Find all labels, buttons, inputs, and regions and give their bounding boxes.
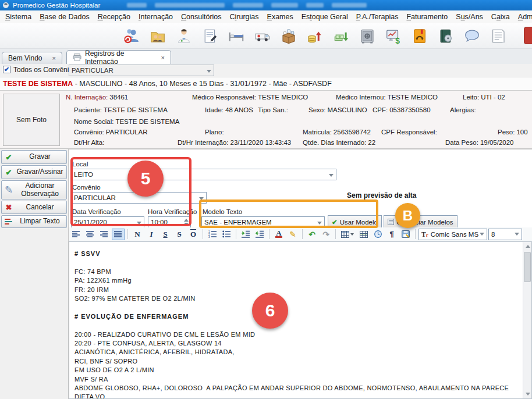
- menu-cirurgias[interactable]: Cirurgias: [226, 10, 263, 23]
- indent-decrease-button[interactable]: [253, 229, 266, 240]
- bold-button[interactable]: N: [131, 229, 144, 240]
- expense-down-icon[interactable]: [331, 25, 352, 47]
- patients-sync-icon[interactable]: [121, 25, 142, 47]
- hora-verificacao-spinner[interactable]: 10:00: [148, 216, 191, 228]
- manual-book-icon[interactable]: [435, 25, 456, 47]
- limpar-texto-button[interactable]: Limpar Texto: [1, 215, 67, 228]
- tab-registros-de-internacao[interactable]: Registros de Internação ×: [66, 50, 171, 64]
- align-left-button[interactable]: [70, 229, 83, 240]
- exit-icon[interactable]: [524, 27, 532, 44]
- bullet-list-button[interactable]: [220, 229, 233, 240]
- paragraph-marks-button[interactable]: ¶: [385, 229, 398, 240]
- menu-base-de-dados[interactable]: Base de Dados: [36, 10, 93, 23]
- align-justify-button[interactable]: [112, 229, 125, 240]
- evolution-text-editor[interactable]: # SSVV FC: 74 BPM PA: 122X61 mmHg FR: 20…: [69, 241, 532, 399]
- revenue-up-icon[interactable]: [304, 25, 325, 47]
- todos-convenios-checkbox[interactable]: ✔: [3, 66, 10, 73]
- invoice-icon[interactable]: [488, 25, 509, 47]
- editor-line: 20:20 - PTE CONFUSA, ALERTA, GLASGOW 14: [75, 339, 520, 348]
- spinner-up-icon[interactable]: [184, 219, 189, 222]
- medical-record-icon[interactable]: [200, 25, 221, 47]
- chat-icon[interactable]: [462, 25, 483, 47]
- vertical-scrollbar[interactable]: [523, 242, 531, 398]
- financial-chart-icon[interactable]: $: [383, 25, 404, 47]
- editor-line: 20:00 - REALIZADO CURATIVO DE CML E LESÃ…: [75, 330, 520, 339]
- undo-button[interactable]: ↶: [306, 229, 318, 240]
- editor-line: EM USO DE O2 A 2 L/MIN: [75, 366, 520, 375]
- gravar-assinar-button[interactable]: ✔ Gravar/Assinar: [1, 165, 67, 179]
- menu-faturamento[interactable]: Faturamento: [402, 10, 452, 23]
- gerenciar-modelos-button[interactable]: Gerenciar Modelos: [384, 215, 457, 229]
- scrollbar-thumb[interactable]: [524, 252, 531, 282]
- menu-sistema[interactable]: Sistema: [1, 10, 36, 23]
- toolbar-separator: [203, 229, 203, 239]
- spinner-down-icon[interactable]: [184, 223, 189, 226]
- field-cpf: CPF:05387350580: [373, 106, 431, 113]
- numbered-list-button[interactable]: 123: [206, 229, 219, 240]
- ambulance-icon[interactable]: [252, 25, 273, 47]
- modelo-texto-select[interactable]: SAE - ENFERMAGEM: [201, 216, 325, 228]
- editor-line: [75, 303, 520, 312]
- usar-modelo-button[interactable]: ✔ Usar Modelo: [328, 215, 382, 229]
- cancelar-button[interactable]: ✖ Cancelar: [1, 201, 67, 214]
- tab-close-icon[interactable]: ×: [161, 54, 165, 61]
- editor-line: SO2: 97% EM CATETER DE O2 2L/MIN: [75, 294, 520, 303]
- editor-line: [75, 321, 520, 330]
- save-text-button[interactable]: [399, 229, 412, 240]
- strikethrough-button[interactable]: S: [173, 229, 186, 240]
- sem-previsao-alta-label: Sem previsão de alta: [347, 191, 416, 200]
- field-nome-social: Nome Social:TESTE DE SISTEMA: [74, 118, 179, 125]
- menu-internacao[interactable]: Internação: [134, 10, 177, 23]
- scroll-up-icon[interactable]: [523, 242, 532, 251]
- insert-row-button[interactable]: [357, 229, 370, 240]
- menu-estoque-geral[interactable]: Estoque Geral: [297, 10, 352, 23]
- editor-line: # EVOLUÇÃO DE ENFERMAGEM: [75, 312, 520, 321]
- highlight-button[interactable]: ✎: [286, 229, 299, 240]
- font-color-button[interactable]: A: [272, 229, 285, 240]
- title-bar: Promedico Gestão Hospitalar: [0, 0, 532, 10]
- redo-button[interactable]: ↷: [320, 229, 332, 240]
- overline-button[interactable]: O: [187, 229, 200, 240]
- safe-icon[interactable]: [357, 25, 378, 47]
- editor-line: # SSVV: [75, 250, 520, 258]
- phone-book-icon[interactable]: [409, 25, 430, 47]
- menu-pa-terapias[interactable]: P.A./Terapias: [352, 10, 403, 23]
- menu-administracao[interactable]: Administração: [514, 10, 532, 23]
- menu-consultorios[interactable]: Consultórios: [177, 10, 225, 23]
- toolbar-separator: [269, 229, 269, 239]
- data-verificacao-select[interactable]: 25/11/2020: [71, 216, 144, 228]
- field-n-internacao: N. Internação:38461: [66, 94, 128, 101]
- italic-button[interactable]: I: [145, 229, 158, 240]
- font-size-select[interactable]: 8: [488, 229, 522, 240]
- patient-records-icon[interactable]: [147, 25, 168, 47]
- gravar-button[interactable]: ✔ Gravar: [1, 150, 67, 164]
- convenio-filter-select[interactable]: PARTICULAR: [69, 65, 214, 76]
- svg-text:$: $: [395, 36, 400, 45]
- menu-recepcao[interactable]: Recepção: [94, 10, 134, 23]
- doctor-icon[interactable]: [173, 25, 194, 47]
- editor-line: PA: 122X61 mmHg: [75, 276, 520, 285]
- scroll-down-icon[interactable]: [523, 390, 532, 398]
- chevron-down-icon: [350, 233, 354, 236]
- editor-line: FC: 74 BPM: [75, 268, 520, 276]
- tab-bem-vindo[interactable]: Bem Vindo ×: [2, 52, 62, 64]
- indent-increase-button[interactable]: [239, 229, 252, 240]
- local-select[interactable]: LEITO: [71, 169, 336, 180]
- toolbar-separator: [415, 229, 416, 239]
- editor-line: [75, 258, 520, 267]
- menu-sus-ans[interactable]: Sus/Ans: [452, 10, 487, 23]
- pharmacy-stock-icon[interactable]: [278, 25, 299, 47]
- insert-table-button[interactable]: [339, 229, 356, 240]
- menu-exames[interactable]: Exames: [263, 10, 297, 23]
- tab-close-icon[interactable]: ×: [52, 55, 56, 62]
- annotation-step-b: B: [395, 203, 420, 228]
- hospital-bed-icon[interactable]: [226, 25, 247, 47]
- adicionar-observacao-button[interactable]: ✎ Adicionar Observação: [1, 180, 67, 200]
- underline-button[interactable]: S: [159, 229, 172, 240]
- font-family-select[interactable]: Tr Comic Sans MS: [418, 229, 487, 240]
- align-right-button[interactable]: [98, 229, 111, 240]
- menu-caixa[interactable]: Caixa: [487, 10, 514, 23]
- time-button[interactable]: [371, 229, 384, 240]
- clear-text-icon: [2, 218, 16, 225]
- align-center-button[interactable]: [84, 229, 97, 240]
